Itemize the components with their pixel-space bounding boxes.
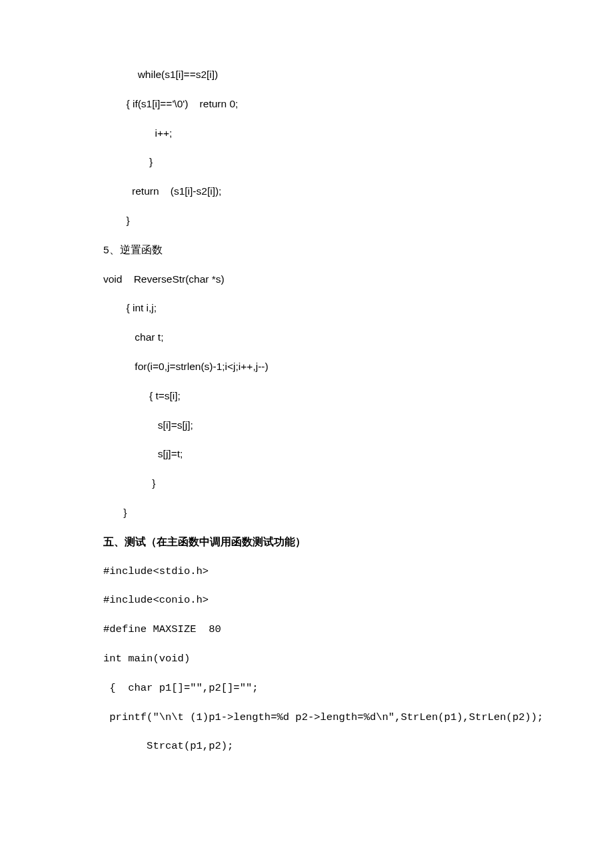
code-line: #include<stdio.h> <box>103 563 510 580</box>
section-heading-test: 五、测试（在主函数中调用函数测试功能） <box>103 534 510 551</box>
code-line: } <box>103 154 510 171</box>
code-line: s[j]=t; <box>103 446 510 463</box>
code-line: } <box>103 505 510 521</box>
code-line: printf("\n\t (1)p1->length=%d p2->length… <box>103 709 510 726</box>
code-line: #define MAXSIZE 80 <box>103 621 510 638</box>
code-line: { char p1[]="",p2[]=""; <box>103 680 510 697</box>
code-line: s[i]=s[j]; <box>103 417 510 434</box>
code-line: } <box>103 475 510 492</box>
code-line: return (s1[i]-s2[i]); <box>103 183 510 200</box>
code-line: } <box>103 213 510 229</box>
code-line: #include<conio.h> <box>103 592 510 609</box>
code-line: for(i=0,j=strlen(s)-1;i<j;i++,j--) <box>103 359 510 375</box>
code-line: { int i,j; <box>103 300 510 317</box>
code-line: int main(void) <box>103 651 510 667</box>
code-line: Strcat(p1,p2); <box>103 738 510 755</box>
code-line: char t; <box>103 329 510 346</box>
code-line: while(s1[i]==s2[i]) <box>103 67 510 83</box>
code-line: { if(s1[i]=='\0') return 0; <box>103 96 510 113</box>
code-line: void ReverseStr(char *s) <box>103 271 510 288</box>
section-heading-5: 5、逆置函数 <box>103 242 510 259</box>
code-line: { t=s[i]; <box>103 388 510 405</box>
code-line: i++; <box>103 125 510 142</box>
